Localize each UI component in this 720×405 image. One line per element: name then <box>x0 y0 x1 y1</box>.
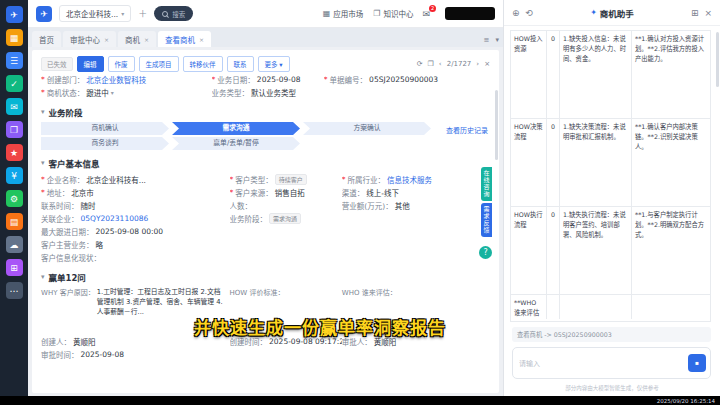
tasks-app-icon[interactable]: ✓ <box>6 75 23 92</box>
top-bar: ✈ 北京企业科技... ▾ ＋ 搜索 ▦应用市场❐知识中心 ✉ 2 <box>28 0 503 28</box>
contact-button[interactable]: 联系 <box>227 56 254 72</box>
stage-item[interactable]: 方案确认 <box>303 122 431 135</box>
win12-question: WHO 谁来评估： <box>342 287 490 297</box>
new-chat-icon[interactable]: ⊕ <box>512 8 520 18</box>
alerts-app-icon[interactable]: ★ <box>6 144 23 161</box>
advice-cell: **1.确认客户内部决策链。**2.识别关键决策人。 <box>632 119 710 206</box>
print-icon[interactable]: ❐ <box>428 60 434 68</box>
field-value: 2025-09-08 09:17:27 <box>269 337 342 346</box>
field-value: 2025-09-08 00:00 <box>96 227 164 236</box>
stage-item[interactable]: 赢单/丢单/暂停 <box>172 137 300 150</box>
content-scrollbar[interactable] <box>495 90 498 160</box>
history-icon[interactable]: ⟲ <box>526 8 534 18</box>
field-label: 关联企业： <box>41 213 79 224</box>
feedback-tab[interactable]: 需求反馈 <box>481 203 492 237</box>
field-value: 黄顺阳 <box>73 336 96 347</box>
close-panel-icon[interactable]: × <box>704 8 712 18</box>
stage-item[interactable]: 商机确认 <box>41 122 169 135</box>
field-value-link[interactable]: 信息技术服务 <box>387 174 432 185</box>
global-search[interactable]: 搜索 <box>154 6 193 21</box>
tab-opportunity[interactable]: 商机× <box>118 31 156 47</box>
section-basic-info[interactable]: ▾ 客户基本信息 <box>41 157 490 169</box>
close-icon[interactable]: × <box>199 36 204 43</box>
panel-scrollbar[interactable] <box>716 32 719 87</box>
tab-home[interactable]: 首页 <box>32 31 61 47</box>
form-row: 客户信息化现状： <box>41 251 490 264</box>
reports-app-icon[interactable]: ▤ <box>6 213 23 230</box>
recording-timestamp: 2025/09/20 16:25:14 <box>657 398 715 404</box>
add-tab-icon[interactable]: ＋ <box>138 7 147 20</box>
required-star: * <box>41 88 45 97</box>
tab-strip: 首页审批中心×商机×查看商机× ≡ ▾ <box>28 28 503 47</box>
field-value-link[interactable]: 05QY2023110086 <box>81 214 149 223</box>
form-row: *地址：北京市*客户来源：销售自拓渠道：线上-线下 <box>41 186 490 199</box>
finance-app-icon[interactable]: ¥ <box>6 167 23 184</box>
field-value-link[interactable]: 北京企业数智科技 <box>86 74 146 85</box>
form-field: 审批人：黄顺阳 <box>342 336 490 347</box>
online-support-tab[interactable]: 在线咨询 <box>481 167 492 201</box>
org-name: 北京企业科技... <box>66 8 118 19</box>
assistant-table-row: HOW投入资源01.缺失投入信息：未说明有多少人的人力、时间、资金。**1.确认… <box>511 31 710 119</box>
prev-record-icon[interactable]: ‹ <box>439 60 442 68</box>
close-icon[interactable]: × <box>144 36 149 43</box>
documents-app-icon[interactable]: ❐ <box>6 121 23 138</box>
assistant-input-box: ■ <box>512 347 711 379</box>
refresh-icon[interactable]: ⟳ <box>417 60 423 68</box>
help-button[interactable]: ? <box>479 246 492 259</box>
settings-app-icon[interactable]: ⚙ <box>6 190 23 207</box>
close-icon[interactable]: × <box>104 36 109 43</box>
invalidate-button[interactable]: 作废 <box>108 56 135 72</box>
transfer-partner-button[interactable]: 转移伙伴 <box>183 56 223 72</box>
tab-view-opportunity[interactable]: 查看商机× <box>158 31 211 47</box>
tab-list-icon[interactable]: ≡ <box>484 36 490 44</box>
form-row: 创建人：黄顺阳创建时间：2025-09-08 09:17:27审批人：黄顺阳 <box>41 335 490 348</box>
apps-app-icon[interactable]: ⊞ <box>6 259 23 276</box>
nav-knowledge-center[interactable]: ❐知识中心 <box>373 8 413 19</box>
org-switcher[interactable]: 北京企业科技... ▾ <box>59 5 131 22</box>
field-value: 默认业务类型 <box>251 87 296 98</box>
field-label: 单据编号： <box>330 74 368 85</box>
brand-logo-icon[interactable]: ✈ <box>36 6 52 22</box>
generate-project-button[interactable]: 生成项目 <box>139 56 179 72</box>
assistant-header: ⊕ ⟲ ✦ 商机助手 ⊞ × <box>504 0 720 26</box>
win12-grid: WHY 客户原因：1.工时管理：工程日志及工时日报 2.文档管理机制 3.资产管… <box>41 287 490 327</box>
assistant-input[interactable] <box>519 360 688 367</box>
status-badge: 已失效 <box>41 57 73 71</box>
form-row: 审批时间：2025-09-08 <box>41 348 490 361</box>
section-stages[interactable]: ▾ 业务阶段 <box>41 106 490 118</box>
tab-more-icon[interactable]: ▾ <box>495 36 499 44</box>
stage-item[interactable]: 商务谈判 <box>41 137 169 150</box>
required-star: * <box>41 175 45 184</box>
messages-app-icon[interactable]: ✉ <box>6 98 23 115</box>
nav-app-market[interactable]: ▦应用市场 <box>323 8 364 19</box>
required-star: * <box>324 75 328 84</box>
win12-question: HOW 评价标准： <box>230 287 342 297</box>
send-button[interactable]: ■ <box>688 354 706 372</box>
cloud-app-icon[interactable]: ☁ <box>6 236 23 253</box>
crm-app-icon[interactable]: ☰ <box>6 52 23 69</box>
edit-button[interactable]: 编辑 <box>77 56 104 72</box>
assistant-table-row: HOW决策流程01.缺失决策流程：未说明审批和汇报机制。**1.确认客户内部决策… <box>511 119 710 207</box>
form-field: *企业名称：北京企业科技有... <box>41 174 230 185</box>
problem-cell: 1.缺失投入信息：未说明有多少人的人力、时间、资金。 <box>560 31 632 118</box>
dock-icon[interactable]: ⊞ <box>691 8 699 18</box>
dimension-cell: HOW决策流程 <box>511 119 547 206</box>
messages-icon[interactable]: ✉ 2 <box>422 9 430 19</box>
more-app-icon[interactable]: ⋯ <box>6 282 23 299</box>
open-tabs: 首页审批中心×商机×查看商机× <box>32 31 211 47</box>
close-record-icon[interactable]: × <box>484 60 490 68</box>
next-record-icon[interactable]: › <box>476 60 479 68</box>
tab-approval-center[interactable]: 审批中心× <box>63 31 116 47</box>
section-title: 客户基本信息 <box>49 157 100 169</box>
field-value: 2025-09-08 <box>257 75 301 84</box>
section-win12[interactable]: ▾ 赢单12问 <box>41 271 490 283</box>
field-value: 跟进中 <box>86 87 109 98</box>
stage-active[interactable]: 需求沟通 <box>172 122 300 135</box>
assistant-table-row: **WHO 谁来评估 <box>511 295 710 319</box>
view-history-link[interactable]: 查看历史记录 <box>446 125 488 135</box>
field-label: 创建人： <box>41 336 71 347</box>
logo-app-icon[interactable]: ✈ <box>6 6 23 23</box>
field-label: 审批时间： <box>41 349 79 360</box>
workbench-app-icon[interactable]: ▦ <box>6 29 23 46</box>
more-button[interactable]: 更多 ▾ <box>258 56 290 72</box>
